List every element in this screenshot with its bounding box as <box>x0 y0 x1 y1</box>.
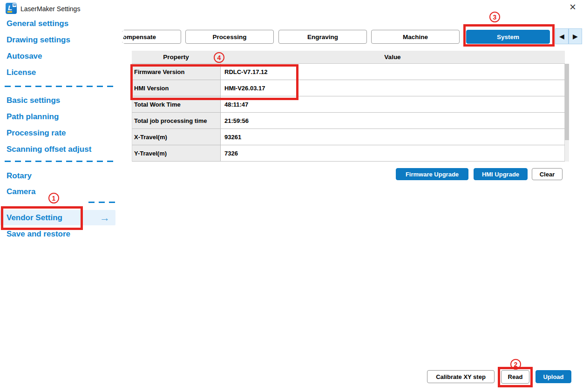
table-row: Total job processing time 21:59:56 <box>132 113 565 129</box>
property-cell: Firmware Version <box>132 64 221 80</box>
table-row: X-Travel(m) 93261 <box>132 129 565 145</box>
table-row: Total Work Time 48:11:47 <box>132 96 565 113</box>
property-cell: Total Work Time <box>132 96 221 112</box>
firmware-upgrade-button[interactable]: Firmware Upgrade <box>396 168 468 180</box>
tab-compensate[interactable]: Compensate <box>122 30 181 44</box>
scrollbar-thumb[interactable] <box>565 64 569 140</box>
sidebar-item-vendor-setting[interactable]: Vendor Setting → <box>0 210 115 225</box>
property-cell: HMI Version <box>132 80 221 96</box>
app-icon-yellow-bar <box>7 11 12 13</box>
sidebar-item-scanning-offset-adjust[interactable]: Scanning offset adjust <box>0 141 117 157</box>
table-row: Firmware Version RDLC-V7.17.12 <box>132 64 565 80</box>
sidebar-item-label: Vendor Setting <box>7 213 62 223</box>
sidebar-item-save-and-restore[interactable]: Save and restore <box>0 226 117 242</box>
sidebar-item-basic-settings[interactable]: Basic settings <box>0 92 117 108</box>
value-cell: 93261 <box>221 129 565 145</box>
sidebar-divider <box>5 86 115 87</box>
tab-scroll-left-icon[interactable]: ◀ <box>555 28 569 44</box>
app-icon-letter: L <box>8 4 12 12</box>
window-title: LaserMaker Settings <box>20 5 80 13</box>
sidebar-item-camera[interactable]: Camera <box>0 183 117 200</box>
hmi-upgrade-button[interactable]: HMI Upgrade <box>474 168 528 180</box>
column-header-property: Property <box>132 54 220 61</box>
sidebar-item-drawing-settings[interactable]: Drawing settings <box>0 32 117 48</box>
table-header-row: Property Value <box>132 51 565 64</box>
tab-scroll-right-icon[interactable]: ▶ <box>569 28 582 44</box>
property-cell: Y-Travel(m) <box>132 145 221 161</box>
sidebar-item-processing-rate[interactable]: Processing rate <box>0 125 117 141</box>
sidebar-item-autosave[interactable]: Autosave <box>0 48 117 64</box>
app-icon-badge: M <box>13 3 16 7</box>
system-properties-table: Property Value Firmware Version RDLC-V7.… <box>132 51 565 162</box>
tab-processing[interactable]: Processing <box>185 30 274 44</box>
close-icon[interactable]: × <box>566 0 580 14</box>
annotation-circle-3: 3 <box>489 12 500 22</box>
value-cell: 21:59:56 <box>221 113 565 128</box>
annotation-circle-2: 2 <box>510 359 521 370</box>
column-header-value: Value <box>220 54 565 61</box>
sidebar-item-general-settings[interactable]: General settings <box>0 15 117 32</box>
property-cell: X-Travel(m) <box>132 129 221 145</box>
value-cell: 7326 <box>221 145 565 161</box>
property-cell: Total job processing time <box>132 113 221 128</box>
sidebar-item-path-planning[interactable]: Path planning <box>0 108 117 125</box>
tab-system[interactable]: System <box>466 30 550 44</box>
tab-machine[interactable]: Machine <box>371 30 460 44</box>
read-button[interactable]: Read <box>501 370 529 384</box>
table-row: Y-Travel(m) 7326 <box>132 145 565 162</box>
upload-button[interactable]: Upload <box>536 370 571 383</box>
clear-button[interactable]: Clear <box>532 168 563 180</box>
calibrate-xy-step-button[interactable]: Calibrate XY step <box>427 370 495 383</box>
arrow-right-icon: → <box>100 213 110 223</box>
sidebar-divider-partial <box>88 202 115 203</box>
table-row: HMI Version HMI-V26.03.17 <box>132 80 565 96</box>
app-icon: L M <box>6 3 17 14</box>
tab-engraving[interactable]: Engraving <box>278 30 367 44</box>
table-scrollbar[interactable] <box>565 64 569 162</box>
value-cell: HMI-V26.03.17 <box>221 80 565 96</box>
sidebar-divider <box>5 161 115 162</box>
sidebar-item-rotary[interactable]: Rotary <box>0 168 117 184</box>
value-cell: RDLC-V7.17.12 <box>221 64 565 80</box>
sidebar-item-license[interactable]: License <box>0 64 117 81</box>
value-cell: 48:11:47 <box>221 96 565 112</box>
